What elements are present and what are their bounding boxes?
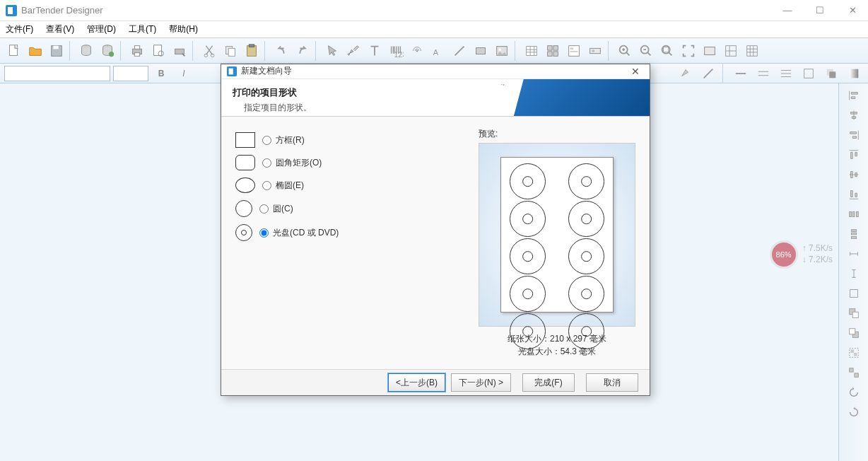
distribute-h-button[interactable] [843, 205, 865, 223]
menu-view[interactable]: 查看(V) [46, 23, 74, 35]
finish-button[interactable]: 完成(F) [522, 373, 575, 392]
radio-circle[interactable] [259, 204, 269, 214]
bring-front-button[interactable] [843, 304, 865, 322]
line-color-button[interactable] [698, 64, 718, 83]
send-back-button[interactable] [843, 324, 865, 342]
database-button[interactable] [76, 41, 96, 61]
zoom-out-button[interactable] [636, 41, 656, 61]
layout-tool[interactable] [543, 41, 563, 61]
option-rectangle[interactable]: 方框(R) [235, 132, 464, 148]
radio-rectangle[interactable] [262, 136, 271, 145]
align-center-h-button[interactable] [843, 106, 865, 124]
print-preview-button[interactable] [148, 41, 168, 61]
font-family-combo[interactable] [4, 66, 110, 81]
picture-tool[interactable] [492, 41, 512, 61]
print-ops-button[interactable] [170, 41, 189, 61]
menu-tools[interactable]: 工具(T) [129, 23, 156, 35]
ungroup-button[interactable] [843, 363, 865, 382]
gradient-button[interactable] [844, 64, 864, 83]
italic-button[interactable]: I [174, 64, 194, 83]
shape-tool[interactable] [471, 41, 491, 61]
shadow-button[interactable] [821, 64, 841, 83]
table-tool[interactable] [522, 41, 541, 61]
app-icon [6, 5, 17, 16]
field-tool[interactable] [585, 41, 605, 61]
svg-rect-49 [851, 230, 856, 232]
option-ellipse[interactable]: 椭圆(E) [235, 177, 464, 193]
same-size-button[interactable] [843, 284, 865, 303]
svg-rect-58 [850, 350, 854, 354]
fill-color-button[interactable] [676, 64, 696, 83]
line-style2-button[interactable] [753, 64, 773, 83]
line-style3-button[interactable] [776, 64, 796, 83]
redo-button[interactable] [293, 41, 312, 61]
form-tool[interactable] [564, 41, 584, 61]
border-style-button[interactable] [799, 64, 819, 83]
rotate-left-button[interactable] [843, 383, 865, 402]
window-maximize-button[interactable]: ☐ [810, 5, 830, 16]
svg-rect-44 [829, 71, 835, 78]
radio-disc[interactable] [259, 228, 269, 238]
svg-rect-40 [705, 47, 715, 54]
view2-button[interactable] [721, 41, 741, 61]
align-left-button[interactable] [843, 86, 865, 105]
save-button[interactable] [47, 41, 66, 61]
new-doc-button[interactable] [4, 41, 24, 61]
preview-disc [510, 163, 546, 199]
align-right-button[interactable] [843, 126, 865, 144]
menu-file[interactable]: 文件(F) [6, 23, 33, 35]
zoom-in-button[interactable] [615, 41, 635, 61]
radio-rounded-rect[interactable] [262, 158, 271, 168]
grid-button[interactable] [742, 41, 762, 61]
option-disc[interactable]: 光盘(CD 或 DVD) [235, 224, 464, 241]
window-minimize-button[interactable]: — [778, 5, 797, 16]
radio-ellipse[interactable] [262, 181, 271, 190]
svg-rect-30 [553, 51, 558, 55]
cancel-button[interactable]: 取消 [586, 373, 638, 392]
barcode-tool[interactable]: 123 [386, 41, 406, 61]
undo-button[interactable] [271, 41, 291, 61]
paintbrush-tool[interactable] [344, 41, 363, 61]
font-tool[interactable]: A [428, 41, 448, 61]
menu-help[interactable]: 帮助(H) [169, 23, 198, 35]
font-size-combo[interactable] [113, 66, 148, 81]
bold-button[interactable]: B [151, 64, 171, 83]
same-width-button[interactable] [843, 245, 865, 263]
rotate-right-button[interactable] [843, 403, 865, 421]
app-title: BarTender Designer [21, 5, 778, 16]
print-button[interactable] [127, 41, 147, 61]
db-connect-button[interactable] [98, 41, 117, 61]
cut-button[interactable] [199, 41, 219, 61]
distribute-v-button[interactable] [843, 225, 865, 243]
window-close-button[interactable]: ✕ [843, 5, 862, 16]
rfid-tool[interactable] [407, 41, 427, 61]
zoom-fit-button[interactable] [657, 41, 677, 61]
network-widget[interactable]: 86% ↑ 7.5K/s ↓ 7.2K/s [770, 240, 833, 269]
menu-manage[interactable]: 管理(D) [87, 23, 116, 35]
svg-rect-42 [804, 69, 814, 78]
align-middle-button[interactable] [843, 165, 865, 184]
view1-button[interactable] [700, 41, 720, 61]
paste-button[interactable] [242, 41, 262, 61]
back-button[interactable]: <上一步(B) [388, 373, 445, 392]
option-circle[interactable]: 圆(C) [235, 200, 464, 217]
line-tool[interactable] [450, 41, 469, 61]
fit-screen-button[interactable] [679, 41, 698, 61]
text-tool[interactable] [365, 41, 385, 61]
option-rounded-rect[interactable]: 圆角矩形(O) [235, 155, 464, 170]
pointer-tool[interactable] [322, 41, 342, 61]
align-bottom-button[interactable] [843, 185, 865, 204]
align-top-button[interactable] [843, 146, 865, 164]
next-button[interactable]: 下一步(N) > [451, 373, 511, 392]
svg-text:597001: 597001 [495, 84, 498, 85]
label-disc: 光盘(CD 或 DVD) [273, 227, 339, 239]
svg-rect-63 [229, 69, 233, 75]
line-style1-button[interactable] [731, 64, 751, 83]
open-button[interactable] [25, 41, 45, 61]
wizard-close-button[interactable]: ✕ [627, 66, 644, 77]
same-height-button[interactable] [843, 264, 865, 283]
upload-speed: 7.5K/s [809, 243, 833, 253]
group-button[interactable] [843, 344, 865, 362]
label-ellipse: 椭圆(E) [276, 180, 304, 192]
copy-button[interactable] [221, 41, 240, 61]
